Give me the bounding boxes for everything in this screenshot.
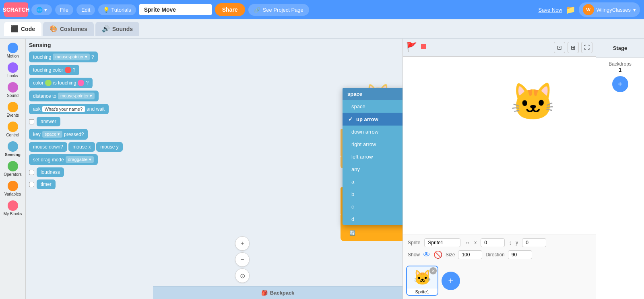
- dropdown-item-any[interactable]: any: [343, 163, 402, 175]
- touching-dropdown[interactable]: mouse-pointer ▾: [53, 54, 89, 60]
- save-now-button[interactable]: Save Now: [539, 7, 562, 13]
- block-distance[interactable]: distance to mouse-pointer ▾: [29, 91, 99, 101]
- sprite-delete-button[interactable]: ✕: [429, 267, 437, 274]
- block-loudness[interactable]: loudness: [37, 167, 64, 177]
- see-project-button[interactable]: 🔗 See Project Page: [248, 4, 309, 16]
- loudness-checkbox[interactable]: [29, 170, 34, 175]
- sprite-info-row: Sprite ↔ x ↕ y: [408, 238, 591, 247]
- block-color-touching[interactable]: color is touching ?: [29, 78, 93, 88]
- x-label: x: [474, 240, 477, 245]
- block-ask[interactable]: ask What's your name? and wait: [29, 104, 109, 114]
- show-visible-button[interactable]: 👁: [423, 251, 430, 259]
- sidebar-item-events[interactable]: Events: [1, 100, 25, 119]
- dropdown-item-right-arrow[interactable]: right arrow: [343, 138, 402, 151]
- zoom-out-button[interactable]: −: [235, 252, 250, 267]
- zoom-fit-button[interactable]: ⊙: [235, 268, 250, 283]
- dropdown-item-down-arrow[interactable]: down arrow: [343, 126, 402, 138]
- block-touching-color[interactable]: touching color ?: [29, 65, 79, 75]
- fit-icon: ⊙: [240, 272, 245, 280]
- show-hidden-button[interactable]: 🚫: [433, 250, 442, 259]
- dropdown-item-d[interactable]: d: [343, 213, 402, 225]
- block-timer[interactable]: timer: [37, 179, 56, 189]
- tabs-bar: ⬛ Code 🎨 Costumes 🔊 Sounds: [0, 19, 644, 39]
- dropdown-item-b[interactable]: b: [343, 188, 402, 200]
- y-input[interactable]: [522, 238, 546, 247]
- backdrops-count: 1: [599, 67, 641, 73]
- scratch-logo[interactable]: SCRATCH: [4, 2, 28, 17]
- dropdown-item-left-arrow[interactable]: left arrow: [343, 151, 402, 163]
- color-swatch2[interactable]: [45, 80, 52, 86]
- block-mouse-down[interactable]: mouse down?: [29, 142, 67, 152]
- tab-code[interactable]: ⬛ Code: [4, 22, 41, 36]
- add-sprite-button[interactable]: +: [442, 272, 460, 290]
- project-name-input[interactable]: [139, 4, 212, 15]
- block-set-drag[interactable]: set drag mode draggable ▾: [29, 154, 98, 165]
- block-answer[interactable]: answer: [37, 117, 60, 126]
- code-tab-icon: ⬛: [10, 25, 19, 33]
- tutorials-button[interactable]: 💡 Tutorials: [98, 4, 136, 15]
- key-pressed-dropdown[interactable]: space ▾: [42, 131, 62, 138]
- sidebar-item-sensing[interactable]: Sensing: [1, 140, 25, 159]
- ask-input[interactable]: What's your name?: [42, 106, 85, 112]
- x-input[interactable]: [481, 238, 505, 247]
- block-mouse-x[interactable]: mouse x: [68, 142, 95, 152]
- sidebar-item-operators[interactable]: Operators: [1, 159, 25, 178]
- direction-input[interactable]: [508, 250, 532, 259]
- block-key-pressed[interactable]: key space ▾ pressed?: [29, 129, 88, 140]
- avatar: W: [583, 4, 594, 15]
- timer-checkbox[interactable]: [29, 182, 34, 187]
- color-swatch3[interactable]: [78, 80, 84, 86]
- sprite-name-input[interactable]: [424, 238, 460, 247]
- share-button[interactable]: Share: [215, 3, 245, 16]
- dropdown-item-up-arrow[interactable]: ✓ up arrow: [343, 113, 402, 126]
- stage-canvas[interactable]: 🐱: [403, 57, 596, 235]
- globe-button[interactable]: 🌐 ▾: [31, 4, 52, 15]
- sidebar-item-looks[interactable]: Looks: [1, 61, 25, 80]
- sensing-label: Sensing: [5, 153, 21, 157]
- stage-area: 🚩 ⏹ ⊡ ⊞ ⛶ 🐱 Sprite ↔ x ↕: [402, 39, 596, 299]
- sidebar-item-sound[interactable]: Sound: [1, 80, 25, 99]
- tab-costumes[interactable]: 🎨 Costumes: [43, 22, 94, 36]
- sidebar-item-motion[interactable]: Motion: [1, 41, 25, 60]
- dropdown-item-a[interactable]: a: [343, 175, 402, 188]
- categories-sidebar: Motion Looks Sound Events Control Sensin…: [0, 39, 26, 299]
- sidebar-item-control[interactable]: Control: [1, 120, 25, 139]
- top-navigation: SCRATCH 🌐 ▾ File Edit 💡 Tutorials Share …: [0, 0, 644, 19]
- folder-button[interactable]: 📁: [566, 5, 576, 14]
- sidebar-item-variables[interactable]: Variables: [1, 179, 25, 198]
- dropdown-item-c[interactable]: c: [343, 200, 402, 213]
- stage-label: Stage: [596, 39, 644, 58]
- distance-dropdown[interactable]: mouse-pointer ▾: [58, 93, 95, 99]
- red-stop-button[interactable]: ⏹: [419, 42, 427, 53]
- motion-dot: [8, 43, 18, 53]
- answer-checkbox[interactable]: [29, 119, 34, 124]
- sound-label: Sound: [7, 93, 19, 98]
- key-dropdown-menu[interactable]: space ⬆ space ✓ up arrow down arrow: [343, 88, 402, 225]
- tab-sounds[interactable]: 🔊 Sounds: [95, 22, 139, 36]
- sprite-card-sprite1[interactable]: ✕ 🐱 Sprite1: [406, 266, 438, 296]
- sprite-label: Sprite: [408, 240, 420, 245]
- dropdown-header: space ⬆: [343, 88, 402, 100]
- stage-medium-button[interactable]: ⊞: [568, 42, 579, 53]
- sidebar-item-myblocks[interactable]: My Blocks: [1, 199, 25, 218]
- workspace[interactable]: 🐱 if key up arrow ▾ pressed? then if ke: [127, 39, 402, 299]
- edit-menu-button[interactable]: Edit: [76, 4, 95, 15]
- variables-dot: [8, 181, 18, 191]
- drag-mode-dropdown[interactable]: draggable ▾: [66, 156, 94, 163]
- timer-row: timer: [29, 179, 124, 189]
- block-touching[interactable]: touching mouse-pointer ▾ ?: [29, 52, 98, 62]
- stage-small-button[interactable]: ⊡: [554, 42, 565, 53]
- dropdown-scroll-area[interactable]: space ✓ up arrow down arrow right arrow …: [343, 100, 402, 225]
- zoom-in-button[interactable]: +: [235, 236, 250, 251]
- backpack-bar[interactable]: 🎒 Backpack: [153, 286, 402, 299]
- user-menu[interactable]: W WiingyClasses ▾: [579, 2, 640, 17]
- dropdown-item-space[interactable]: space: [343, 100, 402, 113]
- stage-fullscreen-button[interactable]: ⛶: [581, 42, 592, 53]
- block-mouse-y[interactable]: mouse y: [96, 142, 122, 152]
- size-input[interactable]: [458, 250, 482, 259]
- color-swatch1[interactable]: [65, 67, 71, 73]
- bulb-icon: 💡: [103, 7, 109, 13]
- add-backdrop-button[interactable]: +: [612, 76, 628, 92]
- file-menu-button[interactable]: File: [55, 4, 73, 15]
- green-flag-button[interactable]: 🚩: [406, 42, 417, 53]
